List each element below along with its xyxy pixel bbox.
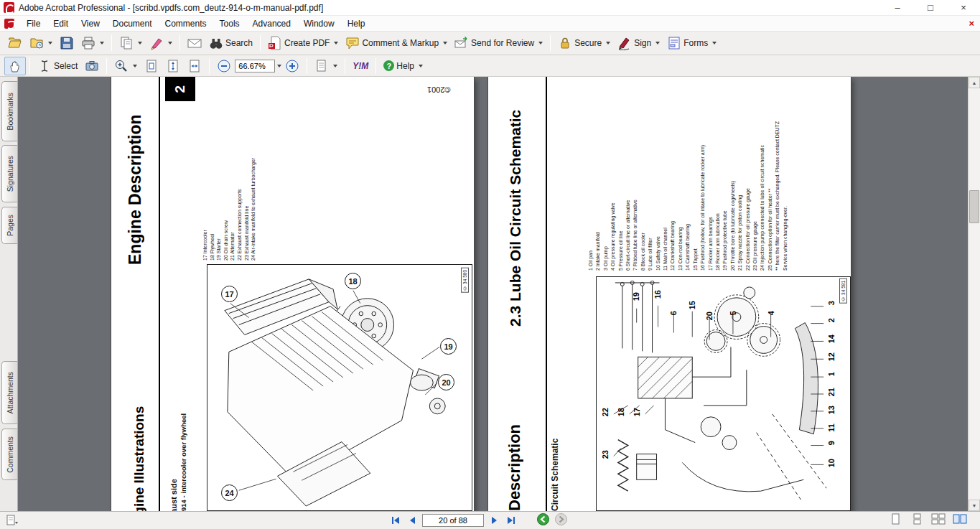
- zoom-in-button[interactable]: [281, 57, 303, 75]
- toolbar-separator: [106, 58, 107, 74]
- scrollbar-thumb[interactable]: [969, 190, 979, 223]
- fit-width-button[interactable]: [184, 57, 205, 75]
- previous-page-icon: [408, 516, 417, 525]
- next-page-button[interactable]: [487, 514, 501, 527]
- create-pdf-button[interactable]: Create PDF: [264, 34, 342, 52]
- print-button[interactable]: [78, 34, 108, 52]
- single-page-button[interactable]: [888, 513, 902, 528]
- copy-pages-button[interactable]: [116, 34, 146, 52]
- continuous-button[interactable]: [910, 513, 924, 528]
- part-item: 4 Oil pressure regulating valve: [610, 117, 617, 271]
- search-binoculars-icon: [209, 36, 223, 50]
- menu-item[interactable]: Tools: [213, 17, 246, 31]
- scroll-down-arrow[interactable]: ▼: [969, 500, 980, 511]
- dropdown-caret: [100, 42, 104, 45]
- next-view-button[interactable]: [555, 513, 567, 528]
- select-tool-button[interactable]: Select: [34, 57, 81, 75]
- sign-button[interactable]: Sign: [614, 34, 663, 52]
- part-item: 14 Camshaft bearing: [684, 117, 691, 271]
- zoom-tool-button[interactable]: [111, 57, 141, 75]
- tab-pages[interactable]: Pages: [1, 207, 17, 244]
- page-display-button[interactable]: [311, 57, 341, 75]
- previous-view-button[interactable]: [537, 513, 549, 528]
- scroll-up-arrow[interactable]: ▲: [969, 77, 980, 88]
- previous-page-button[interactable]: [405, 514, 419, 527]
- section-heading: Engine Illustrations: [131, 389, 157, 511]
- menu-item[interactable]: Help: [341, 17, 372, 31]
- actual-size-button[interactable]: [141, 57, 162, 75]
- close-document-icon[interactable]: ×: [969, 18, 974, 29]
- facing-icon: [953, 513, 967, 525]
- help-button[interactable]: ? Help: [380, 58, 426, 73]
- page-number-field[interactable]: [422, 514, 484, 527]
- forms-button[interactable]: Forms: [663, 34, 720, 52]
- menu-item[interactable]: Comments: [159, 17, 213, 31]
- page-title: Engine Description: [126, 98, 154, 265]
- part-item: 19 Pushrod protective tube: [722, 117, 729, 271]
- create-pdf-label: Create PDF: [284, 38, 330, 48]
- organizer-button[interactable]: [26, 34, 56, 52]
- menu-item[interactable]: Edit: [47, 17, 75, 31]
- select-label: Select: [54, 61, 78, 71]
- email-button[interactable]: [184, 34, 205, 52]
- page-layout-buttons: [888, 513, 967, 528]
- markup-pen-button[interactable]: [146, 34, 176, 52]
- toolbar-separator: [375, 58, 376, 74]
- secure-button[interactable]: Secure: [554, 34, 614, 52]
- email-envelope-icon: [187, 36, 202, 50]
- page-navigation: [388, 513, 567, 528]
- callout-2: 2: [827, 318, 836, 322]
- title-bar[interactable]: Adobe Acrobat Professional - [scribd.vpd…: [0, 0, 980, 16]
- tab-comments[interactable]: Comments: [1, 429, 17, 480]
- pdf-page-left: 2 Engine Description ©2001 17 Intercoole…: [111, 77, 474, 511]
- menu-item[interactable]: Document: [106, 17, 159, 31]
- part-item: 20 Oil drain screw: [223, 157, 230, 261]
- toolbar-separator: [111, 35, 112, 51]
- dropdown-caret: [606, 42, 610, 45]
- zoom-out-button[interactable]: [213, 57, 235, 75]
- comment-markup-label: Comment & Markup: [362, 38, 439, 48]
- tab-signatures-label: Signatures: [6, 156, 14, 192]
- page-title: 2.3 Lube Oil Circuit Schematic: [507, 100, 534, 327]
- part-item: 6 Short-circuit line or alternative: [625, 117, 632, 271]
- menu-item[interactable]: View: [75, 17, 106, 31]
- part-item: 21 Alternator: [229, 157, 236, 261]
- vertical-scrollbar[interactable]: ▲ ▼: [968, 77, 980, 511]
- part-item: 9 Lube oil filter: [647, 117, 654, 271]
- menu-item[interactable]: File: [20, 17, 47, 31]
- maximize-button[interactable]: □: [914, 0, 947, 16]
- send-review-button[interactable]: Send for Review: [451, 34, 546, 52]
- menu-item[interactable]: Advanced: [246, 17, 297, 31]
- comment-markup-button[interactable]: Comment & Markup: [342, 34, 451, 52]
- menu-item[interactable]: Window: [297, 17, 341, 31]
- callout-17: 17: [633, 408, 641, 416]
- part-item: 5 Pressure oil line: [617, 117, 625, 271]
- last-page-button[interactable]: [504, 514, 518, 527]
- minimize-button[interactable]: –: [881, 0, 914, 16]
- hand-tool-button[interactable]: [4, 57, 26, 75]
- tab-attachments[interactable]: Attachments: [1, 361, 17, 424]
- zoom-level-field[interactable]: [235, 60, 275, 72]
- dropdown-caret: [443, 42, 447, 45]
- continuous-facing-button[interactable]: [931, 513, 946, 528]
- page-options-button[interactable]: [6, 515, 19, 529]
- close-button[interactable]: ×: [947, 0, 980, 16]
- fit-width-icon: [187, 59, 202, 73]
- open-button[interactable]: [4, 34, 26, 52]
- comment-bubble-icon: [345, 36, 360, 50]
- yahoo-messenger-button[interactable]: Y!M: [349, 59, 372, 73]
- callout-12: 12: [827, 352, 836, 361]
- save-button[interactable]: [56, 34, 78, 52]
- search-button[interactable]: Search: [205, 34, 256, 52]
- first-page-button[interactable]: [388, 514, 402, 527]
- part-item: 2 Intake manifold: [594, 117, 602, 271]
- sign-pen-icon: [617, 36, 632, 50]
- tab-signatures[interactable]: Signatures: [1, 145, 17, 202]
- snapshot-button[interactable]: [81, 57, 103, 75]
- send-review-icon: [454, 36, 469, 50]
- window-title: Adobe Acrobat Professional - [scribd.vpd…: [19, 3, 323, 13]
- facing-button[interactable]: [953, 513, 967, 528]
- fit-page-button[interactable]: [162, 57, 184, 75]
- tab-bookmarks[interactable]: Bookmarks: [1, 81, 17, 141]
- next-view-icon: [555, 513, 567, 525]
